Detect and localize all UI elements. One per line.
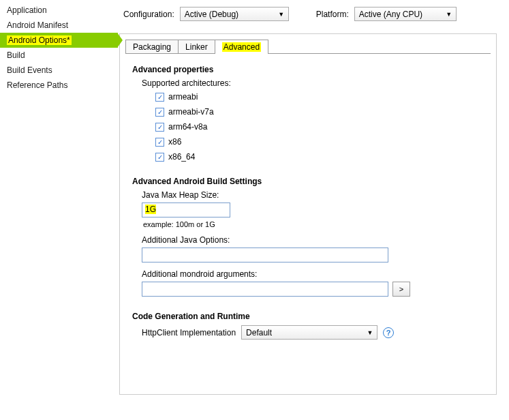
arch-arm64-v8a: ✓ arm64-v8a (155, 122, 484, 132)
tab-linker[interactable]: Linker (178, 40, 215, 54)
arch-x86-64: ✓ x86_64 (155, 152, 484, 162)
chevron-down-icon: ▼ (276, 11, 287, 18)
java-options-input[interactable] (142, 247, 388, 262)
sidebar-item-application[interactable]: Application (0, 3, 112, 18)
sidebar-item-build-events[interactable]: Build Events (0, 63, 112, 78)
checkbox-x86[interactable]: ✓ (155, 138, 164, 147)
chevron-down-icon: ▼ (365, 329, 375, 336)
mondroid-group: Additional mondroid arguments: > (142, 269, 484, 297)
configuration-dropdown[interactable]: Active (Debug) ▼ (180, 7, 289, 21)
architecture-list: ✓ armeabi ✓ armeabi-v7a ✓ arm64-v8a ✓ x8… (155, 92, 484, 162)
checkbox-arm64-v8a[interactable]: ✓ (155, 123, 164, 132)
advanced-panel: Advanced properties Supported architectu… (120, 54, 496, 348)
chevron-down-icon: ▼ (444, 11, 454, 18)
httpclient-dropdown[interactable]: Default ▼ (241, 325, 377, 340)
tab-advanced[interactable]: Advanced (215, 40, 268, 54)
heap-label: Java Max Heap Size: (142, 190, 484, 200)
mondroid-label: Additional mondroid arguments: (142, 269, 484, 279)
config-row: Configuration: Active (Debug) ▼ Platform… (119, 7, 497, 21)
arch-armeabi: ✓ armeabi (155, 92, 484, 102)
heap-example: example: 100m or 1G (143, 220, 484, 228)
platform-dropdown[interactable]: Active (Any CPU) ▼ (354, 7, 457, 21)
sidebar-item-build[interactable]: Build (0, 48, 112, 63)
httpclient-row: HttpClient Implementation Default ▼ ? (142, 325, 484, 340)
heap-group: Java Max Heap Size: 1G example: 100m or … (142, 190, 484, 228)
mondroid-expand-button[interactable]: > (392, 282, 410, 297)
sidebar-item-reference-paths[interactable]: Reference Paths (0, 78, 112, 93)
checkbox-armeabi-v7a[interactable]: ✓ (155, 108, 164, 117)
help-icon[interactable]: ? (383, 327, 394, 338)
java-options-label: Additional Java Options: (142, 235, 484, 245)
sidebar-item-android-options[interactable]: Android Options* (0, 33, 118, 48)
checkbox-x86-64[interactable]: ✓ (155, 153, 164, 162)
supported-architectures-label: Supported architectures: (142, 78, 484, 88)
configuration-label: Configuration: (123, 10, 174, 19)
content-box: Packaging Linker Advanced Advanced prope… (119, 33, 497, 395)
tab-packaging[interactable]: Packaging (125, 40, 179, 54)
platform-label: Platform: (316, 10, 349, 19)
sidebar-item-android-manifest[interactable]: Android Manifest (0, 18, 112, 33)
arch-x86: ✓ x86 (155, 137, 484, 147)
heap-input[interactable]: 1G (142, 202, 230, 217)
codegen-header: Code Generation and Runtime (132, 312, 484, 321)
tab-row: Packaging Linker Advanced (120, 34, 496, 54)
sidebar: Application Android Manifest Android Opt… (0, 0, 112, 420)
httpclient-label: HttpClient Implementation (142, 328, 236, 338)
java-options-group: Additional Java Options: (142, 235, 484, 262)
advanced-properties-header: Advanced properties (132, 65, 484, 74)
checkbox-armeabi[interactable]: ✓ (155, 93, 164, 102)
build-settings-header: Advanced Android Build Settings (132, 177, 484, 186)
mondroid-input[interactable] (142, 282, 388, 297)
main-panel: Configuration: Active (Debug) ▼ Platform… (112, 0, 509, 420)
arch-armeabi-v7a: ✓ armeabi-v7a (155, 107, 484, 117)
